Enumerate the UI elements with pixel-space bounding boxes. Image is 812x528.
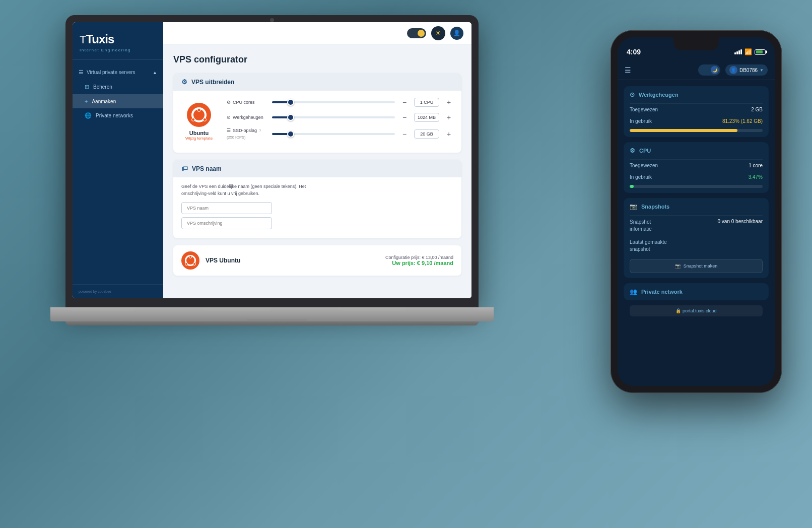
config-price-value: € 13,00 /maand xyxy=(422,255,453,260)
memory-label-text: Werkgeheugen xyxy=(233,115,263,120)
footer-card: VPS Ubuntu Configuratie prijs: € 13,00 /… xyxy=(173,245,461,276)
sidebar-item-beheren[interactable]: ⊞ Beheren xyxy=(73,80,163,94)
wifi-icon: 📶 xyxy=(745,48,752,55)
vps-name-input[interactable] xyxy=(181,202,272,214)
ssd-label-text: SSD-opslag xyxy=(233,128,257,133)
ubuntu-logo-dot2 xyxy=(203,118,207,121)
phone-user-badge[interactable]: 👤 DB0786 ▼ xyxy=(725,64,768,76)
cpu-minus-button[interactable]: − xyxy=(400,98,409,107)
phone-screen: 4:09 📶 ☰ 🌙 xyxy=(618,37,775,386)
cpu-label-text: CPU cores xyxy=(233,100,255,105)
vps-description-input[interactable] xyxy=(181,217,272,229)
snapshots-card: 📷 Snapshots Snapshotinformatie 0 van 0 b… xyxy=(624,198,769,278)
theme-toggle-knob xyxy=(418,30,425,37)
theme-toggle[interactable] xyxy=(407,28,426,38)
ssd-slider-track[interactable] xyxy=(272,133,395,135)
vps-uitbreiden-body: Ubuntu Wijzig template ⚙ CPU cores xyxy=(173,91,461,153)
sidebar-section-vps[interactable]: ☰ Virtual private servers ▲ xyxy=(73,65,163,80)
tag-icon: 🏷 xyxy=(181,165,188,172)
private-network-title: Private network xyxy=(641,289,683,295)
page-body: VPS configurator ⚙ VPS uitbreiden xyxy=(163,44,471,298)
werkgeheugen-gebruik-row: In gebruik 81.23% (1.62 GB) xyxy=(624,115,769,127)
cpu-toegewezen-label: Toegewezen xyxy=(630,163,658,168)
memory-icon: ⊙ xyxy=(227,115,231,120)
ssd-minus-button[interactable]: − xyxy=(400,129,409,139)
phone-dark-toggle-knob: 🌙 xyxy=(711,66,719,74)
ubuntu-template: Ubuntu Wijzig template xyxy=(181,103,217,141)
cpu-card: ⚙ CPU Toegewezen 1 core In gebruik 3.47% xyxy=(624,142,769,193)
snapshots-title: Snapshots xyxy=(641,204,669,210)
werkgeheugen-toegewezen-row: Toegewezen 2 GB xyxy=(624,104,769,115)
cpu-gebruik-label: In gebruik xyxy=(630,174,652,180)
snapshot-make-button[interactable]: 📷 Snapshot maken xyxy=(630,259,763,273)
sidebar: TTuxis Internet Engineering ☰ Virtual pr… xyxy=(73,22,163,298)
your-price-label: Uw prijs: xyxy=(392,260,415,266)
memory-label: ⊙ Werkgeheugen xyxy=(227,115,267,120)
sidebar-item-aanmaken[interactable]: + Aanmaken xyxy=(73,94,163,108)
phone-user-chevron: ▼ xyxy=(760,68,764,73)
ubuntu-change-link[interactable]: Wijzig template xyxy=(185,136,213,141)
cpu-title: CPU xyxy=(639,148,651,154)
footer-vps-name: VPS Ubuntu xyxy=(206,257,240,264)
vps-naam-body: Geef de VPS een duidelijke naam (geen sp… xyxy=(173,177,461,238)
cpu-toegewezen-value: 1 core xyxy=(749,163,763,168)
plus-icon: + xyxy=(85,98,88,104)
memory-slider-row: ⊙ Werkgeheugen − 1024 MB + xyxy=(227,113,453,122)
werkgeheugen-card: ⊙ Werkgeheugen Toegewezen 2 GB In gebrui… xyxy=(624,86,769,137)
snapshot-info-value: 0 van 0 beschikbaar xyxy=(717,219,763,233)
phone-user-icon: 👤 xyxy=(729,66,737,74)
logo-subtitle: Internet Engineering xyxy=(80,48,156,52)
url-text: portal.tuxis.cloud xyxy=(683,308,717,313)
phone-menu-icon[interactable]: ☰ xyxy=(625,66,631,74)
vps-naam-header: 🏷 VPS naam xyxy=(173,160,461,177)
werkgeheugen-progress-fill xyxy=(630,129,737,132)
config-price-label: Configuratie prijs: xyxy=(385,255,421,260)
sidebar-item-private-networks[interactable]: 🌐 Private networks xyxy=(73,108,163,123)
user-icon[interactable]: 👤 xyxy=(450,27,463,40)
cpu-progress-fill xyxy=(630,185,634,188)
sliders-icon: ⚙ xyxy=(181,78,187,86)
private-network-header: 👥 Private network xyxy=(624,283,769,300)
laptop-screen-inner: TTuxis Internet Engineering ☰ Virtual pr… xyxy=(73,22,471,298)
memory-value: 1024 MB xyxy=(414,113,439,122)
phone-user-name: DB0786 xyxy=(739,68,758,73)
ubuntu-name: Ubuntu xyxy=(189,130,209,136)
werkgeheugen-gebruik-label: In gebruik xyxy=(630,118,652,124)
ssd-plus-button[interactable]: + xyxy=(444,129,453,139)
network-icon: 🌐 xyxy=(85,112,92,119)
cpu-slider-thumb xyxy=(287,99,294,106)
ssd-slider-row: ☰ SSD-opslag ? (250 IOPS) xyxy=(227,128,453,140)
cpu-gebruik-value: 3.47% xyxy=(749,174,763,180)
ubuntu-logo-dot1 xyxy=(197,108,201,112)
laptop-base-bottom xyxy=(65,321,479,325)
cpu-plus-button[interactable]: + xyxy=(444,98,453,107)
memory-plus-button[interactable]: + xyxy=(444,113,453,122)
snapshot-info-label: Snapshotinformatie xyxy=(630,219,652,233)
cpu-progress xyxy=(630,185,763,188)
ubuntu-logo-dot3 xyxy=(191,118,195,121)
sidebar-item-label: Aanmaken xyxy=(92,99,116,104)
battery-icon xyxy=(755,49,766,55)
sidebar-logo: TTuxis Internet Engineering xyxy=(73,22,163,60)
memory-slider-track[interactable] xyxy=(272,116,395,118)
vps-uitbreiden-header: ⚙ VPS uitbreiden xyxy=(173,73,461,91)
theme-icon[interactable]: ☀ xyxy=(431,26,445,40)
snapshot-info-row: Snapshotinformatie 0 van 0 beschikbaar xyxy=(624,216,769,236)
signal-icon xyxy=(734,49,742,54)
cpu-icon: ⚙ xyxy=(227,100,231,105)
chevron-icon: ▲ xyxy=(153,70,157,75)
memory-minus-button[interactable]: − xyxy=(400,113,409,122)
cpu-slider-track[interactable] xyxy=(272,101,395,103)
snapshot-last-label: Laatst gemaaktesnapshot xyxy=(630,239,667,253)
lock-icon: 🔒 xyxy=(675,308,681,313)
snapshots-header: 📷 Snapshots xyxy=(624,198,769,215)
cpu-gebruik-row: In gebruik 3.47% xyxy=(624,171,769,183)
list-icon: ☰ xyxy=(79,69,84,76)
ssd-value: 20 GB xyxy=(414,129,439,139)
sidebar-nav: ☰ Virtual private servers ▲ ⊞ Beheren + … xyxy=(73,60,163,284)
topbar: ☀ 👤 xyxy=(163,22,471,44)
laptop-screen: TTuxis Internet Engineering ☰ Virtual pr… xyxy=(65,15,479,307)
page-title: VPS configurator xyxy=(173,54,461,65)
vps-naam-title: VPS naam xyxy=(192,165,222,172)
phone-dark-toggle[interactable]: 🌙 xyxy=(698,64,720,76)
